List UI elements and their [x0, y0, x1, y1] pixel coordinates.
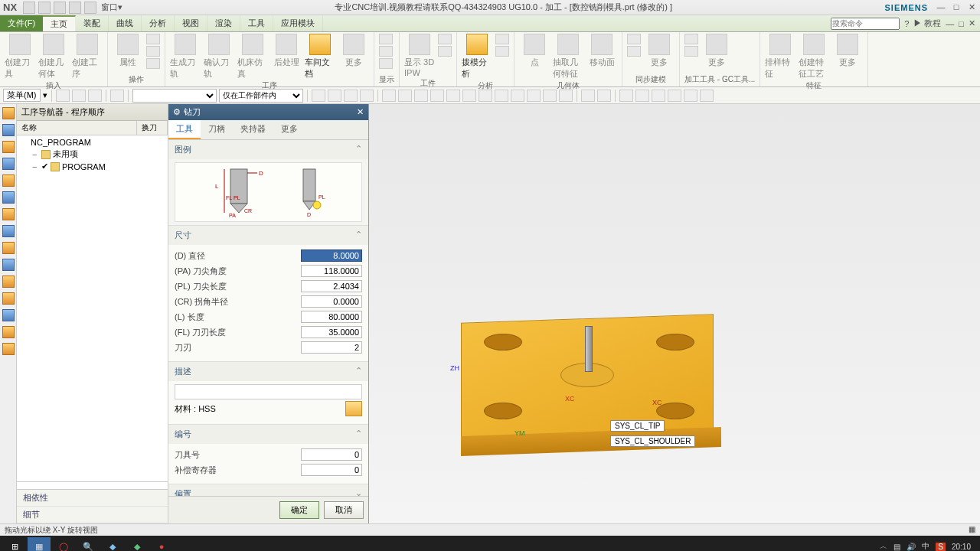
menu-dropdown[interactable]: 菜单(M) [3, 89, 41, 102]
tb-icon[interactable] [511, 90, 524, 102]
tb-icon[interactable] [344, 90, 358, 102]
dependency-section[interactable]: 相依性 [17, 490, 168, 507]
resource-icon[interactable] [2, 174, 15, 187]
section-dimensions[interactable]: 尺寸⌃ [168, 226, 368, 245]
param-cr-input[interactable] [301, 295, 362, 308]
tab-tool[interactable]: 工具 [168, 120, 201, 139]
material-picker-button[interactable] [345, 401, 362, 416]
more-button[interactable]: 更多 [338, 34, 369, 68]
tb-icon[interactable] [495, 90, 508, 102]
navigator-icon[interactable] [2, 107, 15, 119]
tb-icon[interactable] [360, 90, 374, 102]
small-icon[interactable] [379, 34, 393, 44]
section-description[interactable]: 描述⌃ [168, 362, 368, 381]
description-input[interactable] [175, 384, 362, 399]
extract-geom-button[interactable]: 抽取几何特征 [553, 34, 583, 80]
tb-icon[interactable] [581, 90, 595, 102]
tab-holder[interactable]: 夹持器 [233, 120, 273, 139]
gc-more-button[interactable]: 更多 [701, 34, 732, 68]
resource-icon[interactable] [2, 242, 15, 254]
start-button[interactable]: ⊞ [3, 537, 26, 551]
file-tab[interactable]: 文件(F) [0, 15, 43, 31]
create-operation-button[interactable]: 创建工序 [72, 34, 103, 80]
tb-icon[interactable] [597, 90, 611, 102]
taskbar-app-icon[interactable]: ◆ [101, 537, 124, 551]
resource-icon[interactable] [2, 309, 15, 321]
tb-icon[interactable] [543, 90, 557, 102]
inner-restore-icon[interactable]: □ [959, 19, 964, 28]
param-pa-input[interactable] [301, 265, 362, 277]
taskbar-explorer-icon[interactable]: ▦ [28, 537, 51, 551]
small-icon[interactable] [146, 34, 160, 44]
tray-sogou-icon[interactable]: S [936, 543, 946, 551]
small-icon[interactable] [627, 46, 641, 57]
create-geometry-button[interactable]: 创建几何体 [38, 34, 69, 80]
resource-icon[interactable] [2, 326, 15, 338]
tb-icon[interactable] [430, 90, 444, 102]
close-button[interactable]: ✕ [966, 2, 977, 12]
resource-icon[interactable] [2, 208, 15, 220]
small-icon[interactable] [627, 34, 641, 44]
create-feature-process-button[interactable]: 创建特征工艺 [799, 34, 829, 80]
tab-render[interactable]: 渲染 [207, 15, 240, 31]
maximize-button[interactable]: □ [951, 2, 962, 12]
small-icon[interactable] [146, 58, 160, 69]
feature-more-button[interactable]: 更多 [832, 34, 863, 68]
col-name[interactable]: 名称 [17, 121, 137, 135]
move-face-button[interactable]: 移动面 [586, 34, 617, 68]
tb-icon[interactable] [110, 90, 124, 102]
tb-icon[interactable] [446, 90, 460, 102]
tab-home[interactable]: 主页 [43, 15, 76, 31]
inner-close-icon[interactable]: ✕ [969, 18, 975, 28]
cancel-button[interactable]: 取消 [324, 501, 364, 519]
part-navigator-icon[interactable] [2, 124, 15, 136]
tb-icon[interactable] [684, 90, 697, 102]
properties-button[interactable]: 属性 [113, 34, 143, 68]
ok-button[interactable]: 确定 [279, 501, 319, 519]
tree-node-program[interactable]: −✔PROGRAM [20, 161, 165, 172]
command-search-input[interactable] [831, 18, 900, 30]
tb-icon[interactable] [619, 90, 633, 102]
tb-icon[interactable] [559, 90, 573, 102]
tree-node-nc-program[interactable]: NC_PROGRAM [20, 137, 165, 148]
section-legend[interactable]: 图例⌃ [168, 140, 368, 159]
tab-curve[interactable]: 曲线 [109, 15, 142, 31]
pattern-feature-button[interactable]: 排样特征 [765, 34, 795, 80]
gear-icon[interactable]: ⚙ [173, 107, 181, 117]
tb-icon[interactable] [462, 90, 476, 102]
resource-icon[interactable] [2, 343, 15, 355]
tab-assembly[interactable]: 装配 [76, 15, 109, 31]
qat-icon[interactable] [84, 2, 96, 14]
tb-icon[interactable] [635, 90, 649, 102]
qat-save-icon[interactable] [23, 2, 35, 14]
tb-icon[interactable] [56, 90, 70, 102]
tray-ime-icon[interactable]: 中 [922, 541, 929, 551]
create-tool-button[interactable]: 创建刀具 [5, 34, 35, 80]
tab-more[interactable]: 更多 [273, 120, 305, 139]
postprocess-button[interactable]: 后处理 [271, 34, 302, 68]
nav-hscroll[interactable] [17, 481, 168, 489]
qat-redo-icon[interactable] [54, 2, 66, 14]
param-edges-input[interactable] [301, 341, 362, 354]
qat-undo-icon[interactable] [38, 2, 51, 14]
small-icon[interactable] [438, 46, 452, 57]
sync-more-button[interactable]: 更多 [644, 34, 675, 68]
tb-icon[interactable] [479, 90, 492, 102]
col-toolchange[interactable]: 换刀 [137, 121, 168, 135]
resource-icon[interactable] [2, 276, 15, 288]
taskbar-browser-icon[interactable]: ◯ [52, 537, 75, 551]
generate-toolpath-button[interactable]: 生成刀轨 [170, 34, 201, 80]
navigator-tree[interactable]: NC_PROGRAM −未用项 −✔PROGRAM [17, 135, 168, 481]
taskbar-app-icon[interactable]: ◆ [126, 537, 149, 551]
machine-sim-button[interactable]: 机床仿真 [237, 34, 268, 80]
param-d-input[interactable] [301, 249, 362, 262]
tray-clock[interactable]: 20:10 [952, 543, 971, 551]
draft-analysis-button[interactable]: 拨模分析 [462, 34, 492, 80]
tb-icon[interactable] [382, 90, 396, 102]
point-button[interactable]: 点 [519, 34, 550, 68]
inner-minimize-icon[interactable]: — [946, 19, 954, 28]
section-offset[interactable]: 偏置⌄ [168, 484, 368, 496]
tb-icon[interactable] [398, 90, 412, 102]
verify-toolpath-button[interactable]: 确认刀轨 [204, 34, 234, 80]
tray-chevron-icon[interactable]: ︿ [880, 541, 887, 551]
